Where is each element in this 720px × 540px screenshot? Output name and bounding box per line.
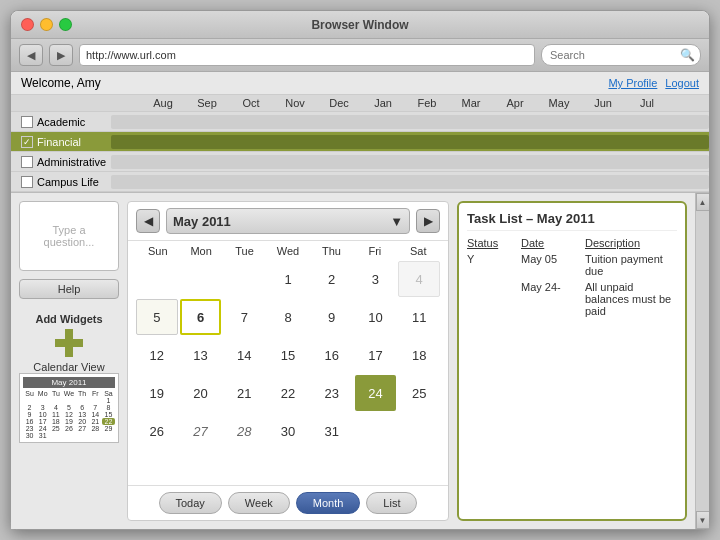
nav-bar: ◀ ▶ 🔍 [11,39,709,72]
welcome-text: Welcome, Amy [21,76,101,90]
view-list-button[interactable]: List [366,492,417,514]
calendar-month-select[interactable]: May 2011 ▼ [166,208,410,234]
cal-day-30[interactable]: 30 [267,413,309,449]
url-bar[interactable] [79,44,535,66]
cal-day-22[interactable]: 22 [267,375,309,411]
cal-day-31[interactable]: 31 [311,413,353,449]
month-jul: Jul [625,97,669,109]
task-1-date: May 05 [521,253,581,277]
cal-prev-button[interactable]: ◀ [136,209,160,233]
academic-checkbox[interactable] [21,116,33,128]
calendar-week-2: 567891011 [136,299,440,335]
month-feb: Feb [405,97,449,109]
cal-day-20[interactable]: 20 [180,375,222,411]
question-placeholder: Type a question... [26,224,112,248]
view-week-button[interactable]: Week [228,492,290,514]
task-table-header: Status Date Description [467,237,677,249]
admin-checkbox[interactable] [21,156,33,168]
academic-label: Academic [21,116,111,128]
center-calendar: ◀ May 2011 ▼ ▶ Sun Mon Tue Wed Thu Fri [127,201,449,521]
task-row-1: Y May 05 Tuition payment due [467,253,677,277]
help-button[interactable]: Help [19,279,119,299]
cal-day-16[interactable]: 16 [311,337,353,373]
task-2-status [467,281,517,317]
calendar-title: May 2011 [173,214,231,229]
cal-day-18[interactable]: 18 [398,337,440,373]
cal-day-6[interactable]: 6 [180,299,222,335]
question-box[interactable]: Type a question... [19,201,119,271]
view-month-button[interactable]: Month [296,492,361,514]
calendar-week-3: 12131415161718 [136,337,440,373]
cal-day-26[interactable]: 26 [136,413,178,449]
close-button[interactable] [21,18,34,31]
mini-cal-header: May 2011 [23,377,115,388]
task-2-date: May 24- [521,281,581,317]
cal-empty [355,413,397,449]
cal-day-8[interactable]: 8 [267,299,309,335]
cal-day-27[interactable]: 27 [180,413,222,449]
cal-day-28[interactable]: 28 [223,413,265,449]
cal-day-14[interactable]: 14 [223,337,265,373]
cal-day-4[interactable]: 4 [398,261,440,297]
calendar-footer: Today Week Month List [128,485,448,520]
search-wrapper: 🔍 [541,44,701,66]
academic-bar-container [111,115,709,129]
task-1-status: Y [467,253,517,277]
maximize-button[interactable] [59,18,72,31]
task-panel: Task List – May 2011 Status Date Descrip… [457,201,687,521]
minimize-button[interactable] [40,18,53,31]
cal-day-12[interactable]: 12 [136,337,178,373]
campus-bar-container [111,175,709,189]
timeline-row-academic: Academic [11,112,709,132]
cal-day-24[interactable]: 24 [355,375,397,411]
cal-empty [398,413,440,449]
month-nov: Nov [273,97,317,109]
cal-day-3[interactable]: 3 [355,261,397,297]
cal-next-button[interactable]: ▶ [416,209,440,233]
cal-day-11[interactable]: 11 [398,299,440,335]
campus-checkbox[interactable] [21,176,33,188]
url-input[interactable] [86,49,528,61]
timeline: Aug Sep Oct Nov Dec Jan Feb Mar Apr May … [11,95,709,193]
view-today-button[interactable]: Today [159,492,222,514]
month-apr: Apr [493,97,537,109]
cal-day-25[interactable]: 25 [398,375,440,411]
month-jun: Jun [581,97,625,109]
cal-day-21[interactable]: 21 [223,375,265,411]
cal-day-15[interactable]: 15 [267,337,309,373]
add-widgets-icon[interactable] [51,325,87,361]
financial-bar-container [111,135,709,149]
campus-label: Campus Life [21,176,111,188]
cal-day-5[interactable]: 5 [136,299,178,335]
col-date: Date [521,237,581,249]
back-button[interactable]: ◀ [19,44,43,66]
month-may: May [537,97,581,109]
month-aug: Aug [141,97,185,109]
forward-button[interactable]: ▶ [49,44,73,66]
task-row-2: May 24- All unpaid balances must be paid [467,281,677,317]
scroll-down-button[interactable]: ▼ [696,511,710,529]
cal-day-13[interactable]: 13 [180,337,222,373]
cal-day-19[interactable]: 19 [136,375,178,411]
task-1-description: Tuition payment due [585,253,677,277]
scroll-up-button[interactable]: ▲ [696,193,710,211]
financial-checkbox[interactable]: ✓ [21,136,33,148]
calendar-view-label: Calendar View [19,361,119,373]
cal-day-10[interactable]: 10 [355,299,397,335]
month-jan: Jan [361,97,405,109]
cal-day-7[interactable]: 7 [223,299,265,335]
academic-bar [111,115,709,129]
financial-label: ✓ Financial [21,136,111,148]
search-input[interactable] [541,44,701,66]
cal-day-1[interactable]: 1 [267,261,309,297]
cal-day-9[interactable]: 9 [311,299,353,335]
cal-day-2[interactable]: 2 [311,261,353,297]
cal-empty [180,261,222,297]
task-list-title: Task List – May 2011 [467,211,677,231]
my-profile-link[interactable]: My Profile [608,77,657,89]
timeline-months: Aug Sep Oct Nov Dec Jan Feb Mar Apr May … [11,95,709,112]
cal-day-17[interactable]: 17 [355,337,397,373]
logout-link[interactable]: Logout [665,77,699,89]
window-controls [21,18,72,31]
cal-day-23[interactable]: 23 [311,375,353,411]
